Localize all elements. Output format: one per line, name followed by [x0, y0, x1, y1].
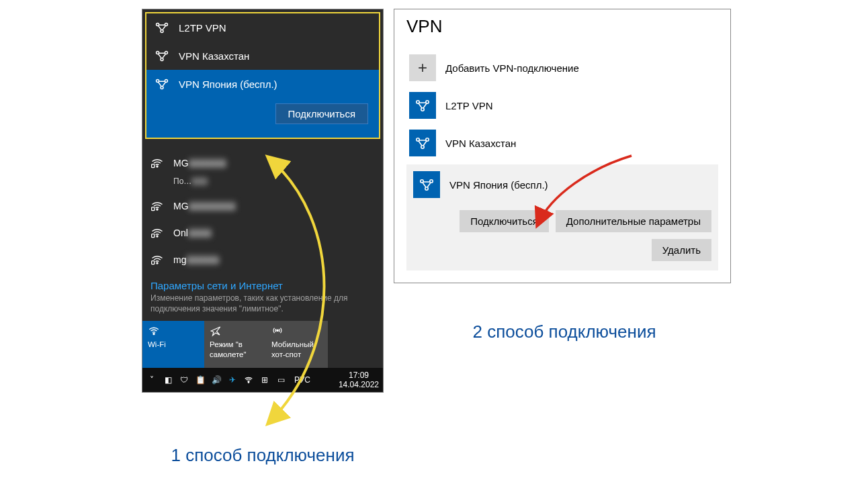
caption-method-2: 2 способ подключения [457, 321, 672, 344]
svg-point-7 [165, 79, 167, 82]
advanced-options-button[interactable]: Дополнительные параметры [556, 210, 711, 232]
vpn-item-l2tp[interactable]: L2TP VPN [146, 13, 379, 42]
svg-point-17 [153, 334, 155, 335]
wifi-secured-icon [150, 226, 164, 240]
svg-point-26 [421, 180, 423, 183]
add-vpn-row[interactable]: + Добавить VPN-подключение [406, 49, 718, 87]
svg-point-9 [157, 166, 158, 167]
svg-point-22 [421, 108, 424, 111]
tile-label: Режим "в самолете" [210, 340, 261, 359]
vpn-entry-label: L2TP VPN [445, 100, 493, 111]
svg-point-3 [157, 51, 159, 54]
airplane-icon [210, 325, 222, 337]
vpn-item-japan-selected[interactable]: VPN Япония (беспл.) Подключиться [146, 70, 379, 138]
tray-clock[interactable]: 17:09 14.04.2022 [339, 371, 379, 390]
wifi-secured-icon [150, 156, 164, 170]
connect-button[interactable]: Подключиться [275, 103, 368, 124]
svg-point-18 [277, 330, 278, 331]
svg-point-5 [161, 58, 163, 60]
tray-icons: ˅ ◧ 🛡 📋 🔊 ✈ ⊞ ▭ РУС [146, 375, 310, 385]
tray-security-icon[interactable]: ⊞ [259, 375, 270, 385]
svg-point-23 [417, 138, 419, 141]
wifi-ssid: Onlxxxxx [173, 228, 212, 238]
vpn-icon [413, 171, 440, 198]
tray-telegram-icon[interactable]: ✈ [227, 375, 238, 385]
tile-label: Wi-Fi [148, 340, 199, 349]
tile-wifi[interactable]: Wi-Fi [142, 321, 204, 368]
vpn-icon [155, 77, 169, 91]
network-settings-link[interactable]: Параметры сети и Интернет [142, 273, 383, 291]
network-flyout: L2TP VPN VPN Казахстан VPN Япония (беспл… [142, 9, 384, 393]
svg-point-27 [430, 180, 433, 183]
add-vpn-label: Добавить VPN-подключение [445, 62, 579, 74]
vpn-item-kaz[interactable]: VPN Казахстан [146, 42, 379, 70]
svg-point-8 [161, 86, 163, 89]
svg-point-20 [417, 101, 419, 103]
vpn-item-label: VPN Япония (беспл.) [179, 79, 277, 90]
svg-point-1 [165, 23, 167, 26]
vpn-icon [155, 20, 169, 35]
vpn-entry-label: VPN Казахстан [445, 138, 516, 149]
tray-wifi-icon[interactable] [243, 375, 254, 385]
vpn-icon [409, 130, 436, 156]
tray-time: 17:09 [339, 371, 379, 380]
svg-point-2 [161, 30, 163, 32]
tray-battery-icon[interactable]: ▭ [275, 375, 286, 385]
tile-airplane[interactable]: Режим "в самолете" [204, 321, 266, 368]
svg-point-4 [165, 51, 167, 54]
svg-rect-16 [152, 261, 155, 264]
vpn-entry-label: VPN Япония (беспл.) [449, 179, 548, 191]
wifi-secured-icon [150, 199, 164, 213]
hotspot-icon [271, 325, 284, 337]
vpn-entry-japan-selected[interactable]: VPN Япония (беспл.) Подключиться Дополни… [406, 164, 718, 271]
svg-rect-10 [152, 164, 155, 168]
wifi-icon [148, 325, 160, 337]
wifi-list: MGxxxxxxxx По…xxxx MGxxxxxxxxxx Onlxxxxx… [142, 142, 383, 273]
wifi-item[interactable]: MGxxxxxxxx По…xxxx [142, 150, 383, 193]
caption-method-1: 1 способ подключения [142, 444, 384, 467]
wifi-item[interactable]: mgxxxxxxx [142, 246, 383, 273]
vpn-entry-kaz[interactable]: VPN Казахстан [406, 124, 718, 162]
vpn-icon [409, 92, 436, 119]
vpn-entry-l2tp[interactable]: L2TP VPN [406, 87, 718, 124]
svg-point-11 [157, 209, 158, 210]
plus-icon: + [409, 54, 436, 81]
connect-button[interactable]: Подключиться [460, 210, 548, 232]
wifi-item[interactable]: MGxxxxxxxxxx [142, 193, 383, 219]
wifi-status: По…xxxx [150, 177, 375, 186]
vpn-icon [155, 48, 169, 63]
svg-rect-14 [152, 234, 155, 238]
tray-chevron-icon[interactable]: ˅ [146, 375, 157, 385]
wifi-ssid: MGxxxxxxxxxx [173, 201, 236, 211]
wifi-item[interactable]: Onlxxxxx [142, 219, 383, 246]
taskbar: ˅ ◧ 🛡 📋 🔊 ✈ ⊞ ▭ РУС 17:09 14.04.2022 [142, 368, 383, 392]
svg-point-0 [157, 23, 159, 26]
tray-lang[interactable]: РУС [294, 375, 310, 385]
wifi-ssid: MGxxxxxxxx [173, 158, 226, 168]
svg-rect-12 [152, 207, 155, 211]
svg-point-15 [157, 262, 158, 264]
tray-speaker-icon[interactable]: 🔊 [211, 375, 222, 385]
tray-app-icon[interactable]: ◧ [163, 375, 173, 385]
vpn-highlight-box: L2TP VPN VPN Казахстан VPN Япония (беспл… [145, 12, 380, 139]
svg-point-13 [157, 236, 158, 237]
tray-date: 14.04.2022 [339, 380, 379, 389]
svg-point-24 [426, 138, 429, 141]
tray-shield-icon[interactable]: 🛡 [179, 375, 189, 385]
settings-vpn-page: VPN + Добавить VPN-подключение L2TP VPN … [394, 9, 731, 283]
svg-point-28 [425, 187, 428, 190]
svg-point-19 [248, 382, 249, 383]
svg-point-25 [421, 146, 424, 148]
wifi-ssid: mgxxxxxxx [173, 254, 219, 265]
wifi-secured-icon [150, 253, 164, 266]
svg-point-21 [426, 101, 429, 103]
tile-label: Мобильный хот-спот [271, 340, 322, 359]
tray-note-icon[interactable]: 📋 [195, 375, 206, 385]
delete-button[interactable]: Удалить [652, 239, 711, 261]
vpn-item-label: VPN Казахстан [179, 50, 249, 62]
svg-point-6 [157, 79, 159, 82]
page-title: VPN [406, 16, 718, 37]
quick-action-tiles: Wi-Fi Режим "в самолете" Мобильный хот-с… [142, 321, 383, 368]
tile-hotspot[interactable]: Мобильный хот-спот [266, 321, 328, 368]
network-settings-desc: Изменение параметров, таких как установл… [142, 291, 383, 321]
